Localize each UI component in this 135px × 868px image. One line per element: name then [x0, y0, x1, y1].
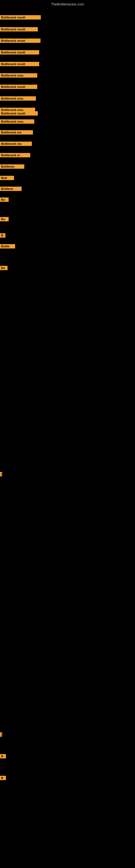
bottleneck-badge-6: Bottleneck result: [0, 85, 37, 89]
bottleneck-badge-21: Bo: [0, 266, 8, 270]
bottleneck-badge-1: Bottleneck result: [0, 27, 38, 31]
bottleneck-badge-24: B: [0, 754, 6, 758]
bottleneck-badge-2: Bottleneck result: [0, 38, 41, 43]
site-title: TheBottlenecker.com: [51, 2, 84, 6]
bottleneck-badge-5: Bottleneck resu: [0, 73, 37, 78]
bottleneck-badge-11: Bottleneck res: [0, 130, 33, 134]
bottleneck-badge-16: Bottlene: [0, 187, 21, 191]
bottleneck-badge-3: Bottleneck result: [0, 50, 39, 55]
bottleneck-badge-14: Bottlenec: [0, 164, 24, 169]
bottleneck-badge-12: Bottleneck res: [0, 142, 32, 146]
bottleneck-badge-17: Bo: [0, 197, 9, 202]
bottleneck-badge-19: B: [0, 233, 5, 238]
bottleneck-badge-4: Bottleneck result: [0, 62, 39, 66]
bottleneck-badge-13: Bottleneck re: [0, 153, 30, 157]
bottleneck-badge-10: Bottleneck resu: [0, 119, 34, 124]
bottleneck-badge-25: B: [0, 776, 6, 780]
bottleneck-badge-23: |: [0, 733, 2, 737]
bottleneck-badge-18: Bo: [0, 217, 9, 221]
bottleneck-badge-7: Bottleneck resu: [0, 96, 36, 101]
bottleneck-badge-22: |: [0, 472, 2, 476]
bottleneck-badge-0: Bottleneck result: [0, 15, 41, 20]
bottleneck-badge-15: Bott: [0, 176, 14, 180]
bottleneck-badge-20: Bottle: [0, 244, 15, 248]
bottleneck-badge-9: Bottleneck result: [0, 111, 38, 116]
